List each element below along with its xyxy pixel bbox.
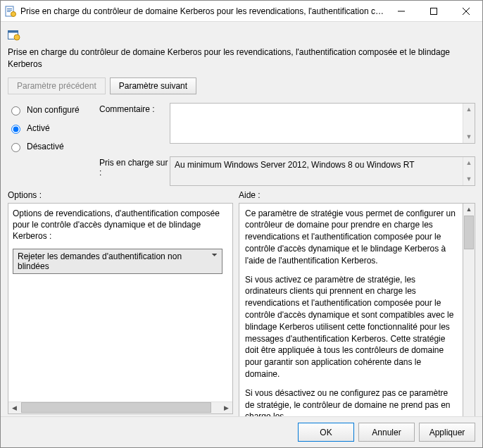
policy-file-icon <box>5 6 16 17</box>
policy-settings-icon <box>8 29 20 42</box>
radio-enabled[interactable]: Activé <box>8 123 99 134</box>
help-label: Aide : <box>239 190 475 200</box>
help-pane[interactable]: Ce paramètre de stratégie vous permet de… <box>239 203 463 416</box>
comment-field[interactable]: ▲ ▼ <box>170 103 475 144</box>
dialog-footer: OK Annuler Appliquer <box>1 416 482 447</box>
cancel-button[interactable]: Annuler <box>358 423 415 442</box>
window-title: Prise en charge du contrôleur de domaine… <box>20 6 385 16</box>
help-p1: Ce paramètre de stratégie vous permet de… <box>245 208 457 267</box>
hscroll-thumb[interactable] <box>21 402 211 413</box>
vscroll-thumb[interactable] <box>464 216 474 249</box>
minimize-button[interactable] <box>385 1 418 22</box>
scroll-up-icon[interactable]: ▲ <box>463 204 475 216</box>
maximize-button[interactable] <box>418 1 450 22</box>
supported-label: Pris en charge sur : <box>99 156 170 178</box>
svg-rect-6 <box>431 8 437 14</box>
close-button[interactable] <box>450 1 482 22</box>
supported-scrollbar: ▲ ▼ <box>463 157 475 185</box>
radio-enabled-label: Activé <box>27 123 50 133</box>
comment-scrollbar[interactable]: ▲ ▼ <box>463 104 475 143</box>
help-p3: Si vous désactivez ou ne configurez pas … <box>245 387 457 416</box>
options-dropdown[interactable]: Rejeter les demandes d'authentification … <box>13 249 222 274</box>
apply-button[interactable]: Appliquer <box>419 423 475 442</box>
next-setting-button[interactable]: Paramètre suivant <box>110 77 196 94</box>
supported-field: Au minimum Windows Server 2012, Windows … <box>170 156 475 186</box>
options-label: Options : <box>8 190 233 200</box>
radio-disabled-label: Désactivé <box>27 142 64 151</box>
radio-disabled[interactable]: Désactivé <box>8 141 99 152</box>
scroll-right-icon[interactable]: ▶ <box>220 402 232 413</box>
radio-disabled-input[interactable] <box>11 143 20 152</box>
prev-setting-button: Paramètre précédent <box>8 77 106 94</box>
options-hscrollbar[interactable]: ◀ ▶ <box>8 402 232 413</box>
comment-label: Commentaire : <box>99 103 170 114</box>
radio-enabled-input[interactable] <box>11 125 20 134</box>
radio-not-configured-label: Non configuré <box>27 105 80 115</box>
svg-rect-10 <box>8 31 18 33</box>
svg-rect-3 <box>7 11 11 12</box>
radio-not-configured-input[interactable] <box>11 106 20 116</box>
policy-title: Prise en charge du contrôleur de domaine… <box>8 46 475 70</box>
options-heading: Options de revendications, d'authentific… <box>13 208 228 242</box>
ok-button[interactable]: OK <box>298 423 354 442</box>
options-pane: Options de revendications, d'authentific… <box>8 203 233 414</box>
titlebar: Prise en charge du contrôleur de domaine… <box>1 1 482 22</box>
help-p2: Si vous activez ce paramètre de stratégi… <box>245 274 457 380</box>
svg-point-11 <box>14 35 20 40</box>
scroll-down-icon: ▼ <box>463 173 475 185</box>
scroll-up-icon: ▲ <box>463 157 475 169</box>
supported-value: Au minimum Windows Server 2012, Windows … <box>175 160 415 170</box>
svg-rect-2 <box>7 10 12 11</box>
help-vscrollbar[interactable]: ▲ ▼ <box>463 203 475 416</box>
options-dropdown-value: Rejeter les demandes d'authentification … <box>18 251 182 271</box>
scroll-left-icon[interactable]: ◀ <box>8 402 20 413</box>
svg-rect-1 <box>7 8 12 9</box>
scroll-up-icon[interactable]: ▲ <box>463 104 475 116</box>
radio-not-configured[interactable]: Non configuré <box>8 104 99 116</box>
scroll-down-icon[interactable]: ▼ <box>463 131 475 143</box>
svg-point-4 <box>11 11 16 16</box>
